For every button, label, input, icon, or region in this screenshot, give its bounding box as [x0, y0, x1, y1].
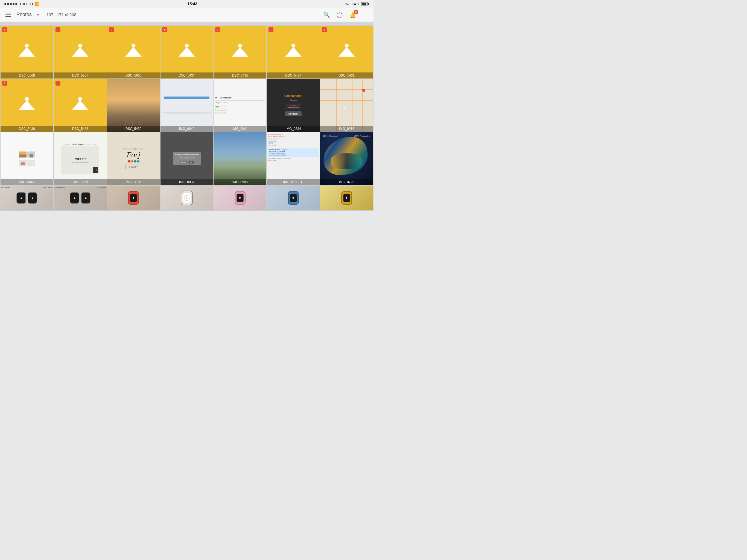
- photo-label: DSC_5430: [1, 126, 53, 132]
- photo-cell-dsc5667[interactable]: ! DSC_5667: [54, 26, 107, 78]
- photo-cell-watch4[interactable]: ⌚: [160, 186, 213, 210]
- error-badge: !: [2, 27, 7, 32]
- photo-cell-img0037[interactable]: Multiple formats imported Please select …: [160, 132, 213, 185]
- grey-dialog-box: Multiple formats imported Please select …: [173, 152, 201, 165]
- photo-cell-img0905[interactable]: IMG_0905: [213, 132, 266, 185]
- menu-icon[interactable]: [5, 13, 11, 17]
- grey-dialog-screen: Multiple formats imported Please select …: [160, 132, 213, 185]
- svg-point-3: [78, 44, 82, 48]
- mountain-placeholder-icon: [71, 43, 90, 58]
- svg-point-24: [78, 97, 82, 101]
- svg-point-12: [238, 44, 242, 48]
- bluetooth-icon: ℻: [345, 2, 350, 6]
- photo-cell-img0041[interactable]: Wi-Fi Connectivity ● Toggle switch on En…: [213, 79, 266, 132]
- photo-label: IMG_0041: [213, 126, 266, 132]
- error-badge: !: [109, 27, 114, 32]
- photo-label: DSC_5666: [107, 73, 160, 78]
- mountain-placeholder-icon: [17, 96, 36, 111]
- pushahead-screen: Swipe to push ahead with a new idea INUL…: [54, 132, 107, 185]
- photo-label: IMG_0039: [54, 179, 107, 185]
- svg-point-15: [291, 44, 295, 48]
- mountain-placeholder-icon: [71, 96, 90, 111]
- photo-count: 137 - 171 of 208: [47, 12, 76, 17]
- chevron-down-icon[interactable]: ▼: [36, 12, 40, 17]
- vpn-screen: Configuration Muvap Status Disconnected …: [267, 79, 319, 132]
- photo-cell-img0038[interactable]: WELCOME TO Forj START IMG_0038: [107, 132, 160, 185]
- error-badge: !: [2, 81, 7, 85]
- status-bar: TRUE-H 📶 15:43 ℻ 74%: [0, 0, 374, 8]
- mountain-placeholder-icon: [284, 43, 303, 58]
- photo-cell-watch7[interactable]: ⌚: [320, 186, 373, 210]
- svg-point-6: [131, 44, 135, 48]
- photo-label: DSC_5431: [320, 73, 373, 78]
- photo-cell-dsc5666[interactable]: ! DSC_5666: [107, 26, 160, 78]
- status-left: TRUE-H 📶: [4, 2, 40, 6]
- more-icon[interactable]: ⋯: [363, 11, 368, 18]
- photo-grid: ! DSC_5668 ! DSC_5667 ! DSC_5666 !: [0, 25, 374, 211]
- message-screen: บ2352/b! เดรูกจดสงแสวะถึงภาย ใน 18/12/20…: [267, 132, 319, 185]
- notification-badge: 6: [354, 10, 358, 14]
- photo-cell-img0780[interactable]: บ2352/b! เดรูกจดสงแสวะถึงภาย ใน 18/12/20…: [267, 132, 319, 185]
- nav-title: Photos: [17, 12, 32, 18]
- mountain-placeholder-icon: [177, 43, 196, 58]
- photo-cell-img0040[interactable]: IMG_0040: [1, 132, 53, 185]
- photo-cell-img0334[interactable]: Configuration Muvap Status Disconnected …: [267, 79, 319, 132]
- photo-cell-img0726[interactable]: 100% Remaining 100% Charged IMG_0726: [320, 132, 373, 185]
- error-badge: !: [162, 27, 167, 32]
- error-badge: !: [55, 27, 60, 32]
- photo-label: IMG_0040: [1, 179, 53, 185]
- battery-label: 74%: [352, 2, 359, 6]
- photo-cell-watch2[interactable]: 69% Remaining 95% Charged ⌚ ⌚: [54, 186, 107, 210]
- photo-cell-watch1[interactable]: 0% Charged 69% Charged ⌚ ⌚: [1, 186, 53, 210]
- vpn-config-label: Configuration: [284, 94, 302, 97]
- photo-label: IMG_0334: [267, 126, 319, 132]
- mountain-placeholder-icon: [337, 43, 356, 58]
- photo-label: IMG_0042: [160, 126, 213, 132]
- svg-rect-32: [140, 118, 145, 118]
- photo-cell-dsc5430a[interactable]: ! DSC_5430: [1, 79, 53, 132]
- photo-cell-dsc5433[interactable]: ! DSC_5433: [54, 79, 107, 132]
- photo-cell-dsc5437[interactable]: ! DSC_5437: [160, 26, 213, 78]
- svg-point-18: [345, 44, 349, 48]
- photo-cell-dsc5668[interactable]: ! DSC_5668: [1, 26, 53, 78]
- svg-point-9: [185, 44, 189, 48]
- photo-cell-img0039[interactable]: Swipe to push ahead with a new idea INUL…: [54, 132, 107, 185]
- mountain-placeholder-icon: [231, 43, 250, 58]
- clock: 15:43: [187, 2, 198, 6]
- wifi-icon: 📶: [35, 2, 40, 6]
- error-badge: !: [55, 81, 60, 85]
- photo-label: DSC_5435: [213, 73, 266, 78]
- mountain-placeholder-icon: [17, 43, 36, 58]
- photo-label: DSC_5668: [1, 73, 53, 78]
- photo-cell-img0042[interactable]: IMG_0042: [160, 79, 213, 132]
- separator: [0, 22, 374, 25]
- photo-label: DSC_5430: [107, 126, 160, 132]
- notification-icon[interactable]: 🔔 6: [349, 11, 356, 18]
- mountain-placeholder-icon: [124, 43, 143, 58]
- photo-cell-watch5[interactable]: ⌚: [213, 186, 266, 210]
- error-badge: !: [322, 27, 327, 32]
- photo-cell-watch3[interactable]: ⌚: [107, 186, 160, 210]
- svg-rect-29: [125, 118, 133, 118]
- photo-cell-dsc5434[interactable]: ! DSC_5434: [267, 26, 319, 78]
- photo-cell-dsc5430b[interactable]: DSC_5430: [107, 79, 160, 132]
- photo-label: IMG_0038: [107, 179, 160, 185]
- photo-label: IMG_0780 (1): [267, 179, 319, 185]
- signal-dots: [4, 3, 17, 5]
- photo-label: IMG_0037: [160, 179, 213, 185]
- error-badge: !: [215, 27, 220, 32]
- photo-cell-dsc5435[interactable]: ! DSC_5435: [213, 26, 266, 78]
- calligraphy-screen: WELCOME TO Forj START: [107, 132, 160, 185]
- svg-point-0: [25, 44, 29, 48]
- svg-rect-28: [125, 117, 126, 126]
- check-circle-icon[interactable]: ◯: [337, 11, 343, 18]
- photo-cell-dsc5431[interactable]: ! DSC_5431: [320, 26, 373, 78]
- photo-cell-img0915[interactable]: IMG_0915: [320, 79, 373, 132]
- photo-label: IMG_0726: [320, 179, 373, 185]
- search-icon[interactable]: 🔍: [323, 11, 330, 18]
- svg-point-21: [25, 97, 29, 101]
- map-screen: [320, 79, 373, 132]
- photo-cell-watch6[interactable]: ⌚: [267, 186, 319, 210]
- photo-label: DSC_5667: [54, 73, 107, 78]
- photo-label: DSC_5437: [160, 73, 213, 78]
